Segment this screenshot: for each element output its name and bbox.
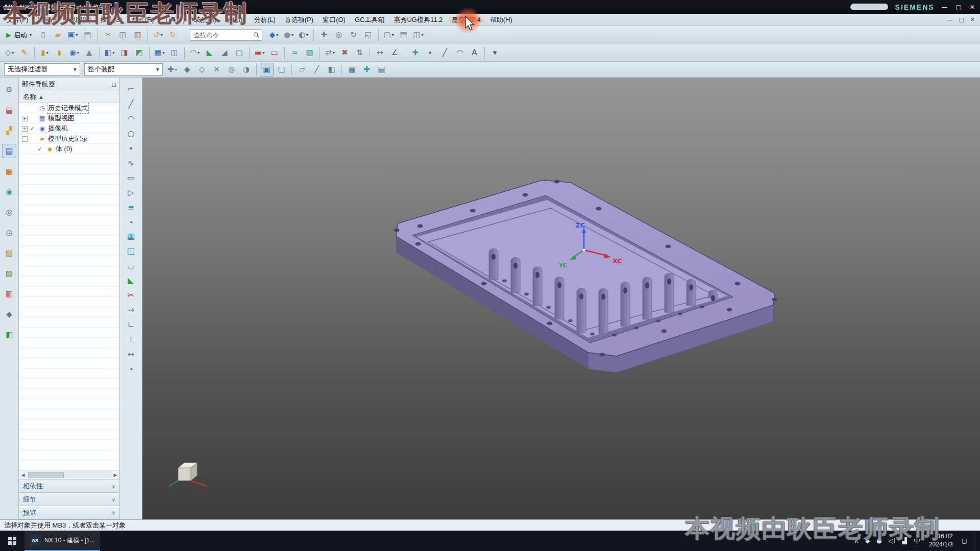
mid-point-button[interactable]: ◇ [195, 63, 209, 77]
menu-item-t[interactable]: 工具(T) [159, 14, 190, 26]
scroll-right-icon[interactable]: ▶ [111, 472, 119, 478]
selection-filter-dropdown[interactable]: 无选择过滤器 [4, 63, 80, 76]
fit-view-button[interactable]: ◱ [361, 28, 375, 42]
grid-toggle-button[interactable]: ▦ [345, 63, 359, 77]
sketch-fillet-button[interactable]: ◡ [124, 259, 139, 272]
sketch-circle-button[interactable]: ○ [124, 127, 139, 140]
tree-expander[interactable]: + [22, 116, 28, 121]
pattern-feature-button[interactable]: ▦▾ [153, 46, 166, 60]
navigator-column-header[interactable]: 名称 ▲ [19, 91, 119, 103]
close-document-icon[interactable]: ✕ [970, 16, 975, 23]
zoom-view-button[interactable]: ◎ [332, 28, 346, 42]
hd3d-tools-button[interactable]: ◉ [2, 185, 16, 199]
menu-item-v74[interactable]: 星空 V7.4 [447, 14, 485, 26]
pan-view-button[interactable]: ✚ [317, 28, 331, 42]
menu-item-f[interactable]: 文件(F) [2, 14, 33, 26]
dropdown-caret-icon[interactable]: ▾ [291, 33, 293, 37]
edge-blend-button[interactable]: ◠▾ [188, 46, 202, 60]
open-file-button[interactable]: ▰ [51, 28, 65, 42]
tree-row-model-views[interactable]: +▦模型视图 [19, 113, 119, 123]
undo-button[interactable]: ↺▾ [151, 28, 165, 42]
split-body-button[interactable]: ▭ [267, 46, 281, 60]
minimize-document-icon[interactable]: — [947, 16, 952, 23]
geometric-constraints-button[interactable]: ⊥ [124, 333, 139, 346]
windows-start-button[interactable] [0, 531, 24, 551]
tree-checkbox[interactable]: ✓ [37, 145, 44, 153]
navigation-options-gear-button[interactable]: ⚙ [2, 83, 16, 97]
show-and-hide-button[interactable]: ◐▾ [297, 28, 310, 42]
cut-button[interactable]: ✂ [101, 28, 115, 42]
quadrant-point-button[interactable]: ◑ [239, 63, 253, 77]
scrollbar-track[interactable] [27, 471, 111, 478]
input-method-indicator[interactable]: 中 [914, 536, 920, 545]
intersect-button[interactable]: ◩ [132, 46, 146, 60]
roles-button[interactable]: ▥ [2, 287, 16, 301]
menu-item-gc[interactable]: GC工具箱 [350, 14, 389, 26]
arc-button[interactable]: ◠ [453, 46, 467, 60]
arc-center-button[interactable]: ◎ [225, 63, 238, 77]
intersection-point-button[interactable]: ✕ [210, 63, 224, 77]
viewport-canvas[interactable]: ZCXCYC [142, 78, 980, 519]
touch-mode-button[interactable]: ◧ [2, 328, 16, 342]
mirror-feature-button[interactable]: ◫ [167, 46, 181, 60]
dropdown-caret-icon[interactable]: ▾ [163, 51, 165, 55]
taskbar-app-nx[interactable]: NX NX 10 - 建模 - [1... [24, 531, 100, 551]
filter-edge-button[interactable]: ╱ [310, 63, 324, 77]
rendering-style-button[interactable]: ●▾ [282, 28, 296, 42]
filter-body-button[interactable]: ◧ [325, 63, 338, 77]
sketch-button[interactable]: ✎ [17, 46, 31, 60]
tree-expander[interactable]: − [22, 136, 28, 142]
process-studio-button[interactable]: ▧ [2, 246, 16, 260]
subtract-button[interactable]: ◨ [117, 46, 131, 60]
section-细节[interactable]: 细节 [19, 493, 119, 506]
reuse-library-button[interactable]: ▦ [2, 164, 16, 179]
sketch-point-button[interactable]: ∙ [124, 141, 139, 155]
measure-distance-button[interactable]: ↔ [373, 46, 387, 60]
menu-item-a[interactable]: 装配(A) [189, 14, 220, 26]
maximize-icon[interactable]: ▢ [956, 4, 962, 11]
redo-button[interactable]: ↻ [166, 28, 180, 42]
quick-extend-button[interactable]: → [124, 303, 139, 317]
menu-item-ug112[interactable]: 燕秀UG模具11.2 [389, 14, 447, 26]
dropdown-caret-icon[interactable]: ▾ [422, 33, 424, 37]
menu-item-o[interactable]: 窗口(O) [318, 14, 350, 26]
profile-button[interactable]: ⌐ [124, 82, 139, 96]
toolbar-scroll-icon[interactable]: ◂ [130, 366, 132, 371]
rotate-view-button[interactable]: ↻ [347, 28, 360, 42]
menu-item-l[interactable]: 分析(L) [250, 14, 280, 26]
manufacturing-wizard-button[interactable]: ▨ [2, 266, 16, 281]
menu-item-v[interactable]: 视图(V) [64, 14, 95, 26]
show-desktop-button[interactable] [974, 531, 977, 551]
start-menu-button[interactable]: ▶ 启动 ▾ [2, 28, 36, 42]
end-point-button[interactable]: ◆ [180, 63, 194, 77]
menu-item-i[interactable]: 信息(I) [221, 14, 250, 26]
tree-row-body[interactable]: ✓◆体 (0) [19, 144, 119, 154]
dropdown-caret-icon[interactable]: ▾ [333, 51, 335, 55]
paste-button[interactable]: ▥ [131, 28, 144, 42]
menu-item-r[interactable]: 格式(R) [127, 14, 159, 26]
wcs-toggle-button[interactable]: ✚ [360, 63, 374, 77]
web-browser-button[interactable]: ◎ [2, 205, 16, 219]
dropdown-caret-icon[interactable]: ▾ [12, 51, 14, 55]
revolve-button[interactable]: ◗ [53, 46, 66, 60]
tree-row-camera[interactable]: +✓◉摄像机 [19, 123, 119, 134]
unite-button[interactable]: ◧▾ [103, 46, 116, 60]
tree-expander[interactable]: + [22, 126, 28, 132]
navigator-horizontal-scrollbar[interactable]: ◀ ▶ [19, 470, 119, 479]
text-button[interactable]: A [468, 46, 481, 60]
taskbar-clock[interactable]: 16:02 2024/1/3 [929, 533, 953, 548]
graphics-viewport[interactable]: ZCXCYC [142, 78, 980, 519]
tree-row-history-folder[interactable]: −▰模型历史记录 [19, 134, 119, 144]
dropdown-caret-icon[interactable]: ▾ [46, 51, 48, 55]
make-corner-button[interactable]: ∟ [124, 318, 139, 332]
close-icon[interactable]: ✕ [970, 4, 975, 11]
sketch-arc-button[interactable]: ◠ [124, 112, 139, 126]
window-button[interactable]: ▢▾ [382, 28, 396, 42]
section-相依性[interactable]: 相依性 [19, 480, 119, 493]
view-layout-button[interactable]: ◫▾ [411, 28, 425, 42]
menu-item-p[interactable]: 首选项(P) [280, 14, 318, 26]
tray-app-icon[interactable]: ● [876, 537, 881, 544]
dropdown-caret-icon[interactable]: ▾ [113, 51, 115, 55]
tree-checkbox[interactable]: ✓ [30, 125, 36, 132]
filter-face-button[interactable]: ▱ [295, 63, 309, 77]
